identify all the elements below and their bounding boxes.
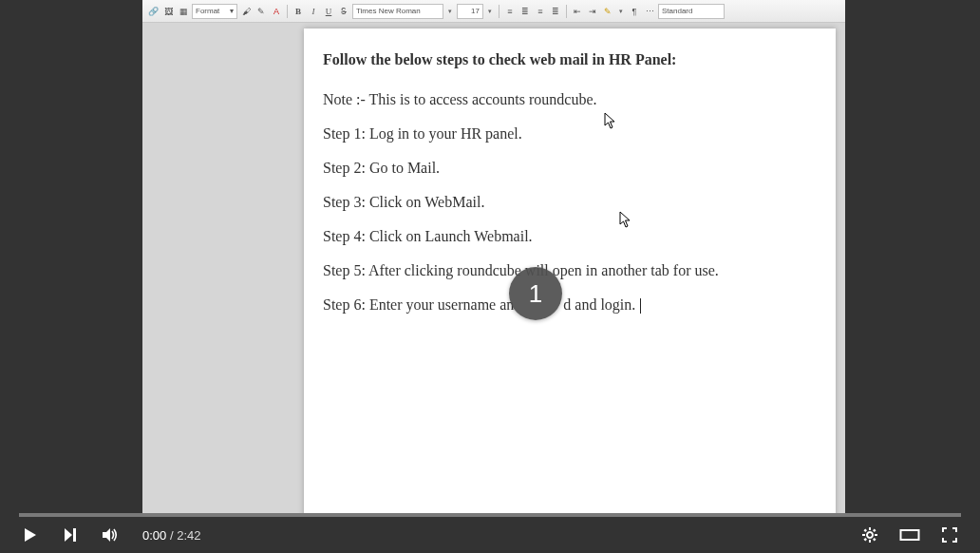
duration: 2:42 (177, 528, 200, 543)
font-size-label: 17 (471, 7, 480, 15)
svg-rect-4 (875, 534, 877, 536)
svg-rect-8 (873, 538, 876, 542)
align-center-icon[interactable]: ≣ (518, 5, 532, 18)
toolbar-separator (499, 5, 499, 18)
format-combo[interactable]: Format ▾ (192, 4, 237, 19)
fullscreen-button[interactable] (938, 524, 961, 546)
align-left-icon[interactable]: ≡ (503, 5, 517, 18)
editor-area: 🔗 🖼 ▦ Format ▾ 🖌 ✎ A B I U S̶ Times New … (142, 0, 845, 513)
font-name-label: Times New Roman (356, 7, 421, 15)
svg-rect-5 (863, 528, 867, 532)
doc-note: Note :- This is to access accounts round… (323, 91, 817, 108)
paragraph-style-combo[interactable]: Standard (658, 4, 725, 19)
settings-button[interactable] (858, 524, 881, 546)
combo-arrow-icon[interactable]: ▾ (616, 4, 626, 19)
brush-icon[interactable]: 🖌 (239, 5, 253, 18)
link-icon[interactable]: 🔗 (146, 5, 160, 18)
highlight-icon[interactable]: ✎ (254, 5, 268, 18)
indent-inc-icon[interactable]: ⇥ (586, 5, 599, 18)
combo-arrow-icon[interactable]: ▾ (485, 4, 495, 19)
font-size-combo[interactable]: 17 (457, 4, 483, 19)
play-button[interactable] (19, 524, 42, 546)
combo-arrow-icon: ▾ (230, 7, 234, 15)
toolbar-separator (287, 5, 288, 18)
theater-mode-button[interactable] (898, 524, 921, 546)
doc-heading: Follow the below steps to check web mail… (323, 51, 817, 68)
toolbar-separator (566, 5, 567, 18)
doc-step: Step 6: Enter your username and and logi… (323, 296, 817, 314)
font-name-combo[interactable]: Times New Roman (352, 4, 443, 19)
indent-dec-icon[interactable]: ⇤ (571, 5, 584, 18)
controls-right (858, 524, 961, 546)
bold-button[interactable]: B (292, 5, 305, 18)
align-justify-icon[interactable]: ≣ (549, 5, 562, 18)
doc-step: Step 4: Click on Launch Webmail. (323, 228, 817, 245)
volume-button[interactable] (99, 524, 122, 546)
highlighter-icon[interactable]: ✎ (601, 5, 614, 18)
current-time: 0:00 (142, 528, 166, 543)
time-separator: / (166, 528, 177, 543)
step-badge-label: 1 (529, 279, 542, 309)
more-icon[interactable]: ⋯ (643, 5, 656, 18)
svg-rect-6 (873, 528, 876, 532)
svg-rect-2 (869, 540, 871, 543)
italic-button[interactable]: I (307, 5, 320, 18)
document-page[interactable]: Follow the below steps to check web mail… (304, 29, 836, 513)
format-combo-label: Format (196, 7, 219, 15)
step-badge: 1 (509, 267, 562, 320)
strike-icon[interactable]: S̶ (337, 5, 350, 18)
doc-step: Step 5: After clicking roundcube will op… (323, 262, 817, 279)
control-row: 0:00 / 2:42 (19, 517, 961, 553)
controls-left: 0:00 / 2:42 (19, 524, 200, 546)
doc-step: Step 1: Log in to your HR panel. (323, 125, 817, 143)
video-stage: 🔗 🖼 ▦ Format ▾ 🖌 ✎ A B I U S̶ Times New … (19, 0, 961, 513)
step6-part2: d and login. (563, 296, 635, 313)
underline-button[interactable]: U (322, 5, 335, 18)
paragraph-style-label: Standard (662, 7, 692, 15)
time-display: 0:00 / 2:42 (142, 528, 200, 543)
align-right-icon[interactable]: ≡ (534, 5, 547, 18)
doc-step: Step 2: Go to Mail. (323, 160, 817, 177)
player-controls: 0:00 / 2:42 (0, 513, 980, 553)
editor-toolbar: 🔗 🖼 ▦ Format ▾ 🖌 ✎ A B I U S̶ Times New … (142, 0, 845, 23)
svg-rect-3 (862, 534, 865, 536)
svg-rect-0 (73, 528, 76, 542)
doc-step: Step 3: Click on WebMail. (323, 194, 817, 211)
image-icon[interactable]: 🖼 (161, 5, 175, 18)
pilcrow-icon[interactable]: ¶ (628, 5, 641, 18)
next-button[interactable] (59, 524, 82, 546)
svg-rect-1 (869, 527, 871, 530)
step6-part1: Step 6: Enter your username an (323, 296, 514, 313)
combo-arrow-icon[interactable]: ▾ (445, 4, 455, 19)
svg-rect-7 (863, 538, 867, 542)
table-icon[interactable]: ▦ (177, 5, 190, 18)
svg-rect-9 (901, 530, 919, 540)
fontcolor-icon[interactable]: A (270, 5, 283, 18)
